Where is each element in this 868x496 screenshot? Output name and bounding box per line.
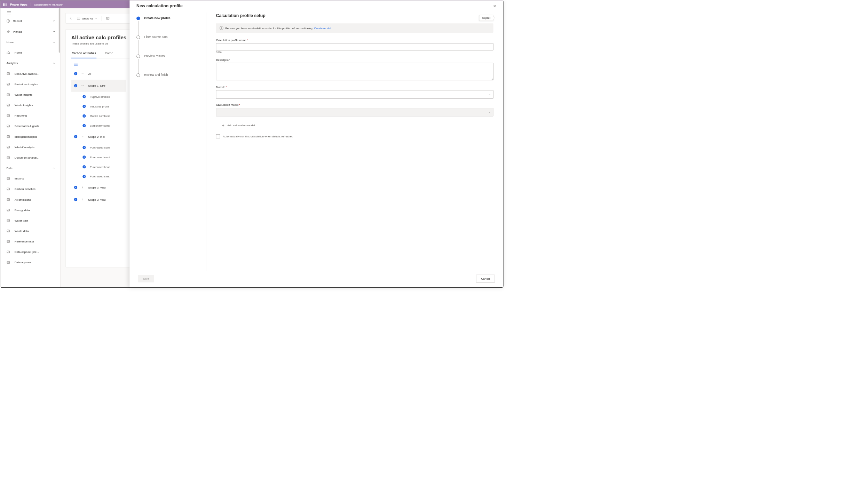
nav-label: Carbon activities <box>15 187 35 191</box>
nav-label: Intelligent insights <box>15 135 37 138</box>
step-create-profile[interactable]: Create new profile <box>136 16 199 35</box>
next-button[interactable]: Next <box>138 275 154 282</box>
check-icon <box>82 124 86 127</box>
nav-analytics-item-1[interactable]: Emissions insights <box>0 79 58 89</box>
add-calculation-model-button[interactable]: ＋ Add calculation model <box>216 121 494 129</box>
nav-data-item-6[interactable]: Reference data <box>0 236 58 247</box>
name-input[interactable] <box>216 43 494 50</box>
nav-label: Water insights <box>15 93 32 96</box>
nav-data-item-2[interactable]: All emissions <box>0 194 58 205</box>
nav-analytics-item-4[interactable]: Reporting <box>0 110 58 121</box>
nav-home[interactable]: Home <box>0 47 58 58</box>
nav-label: Energy data <box>15 208 30 211</box>
nav-analytics-item-8[interactable]: Document analysi... <box>0 152 58 163</box>
tree-item-1-1[interactable]: Purchased elect <box>71 152 126 162</box>
tree-group-0[interactable]: Scope 1: Dire <box>71 80 126 92</box>
close-button[interactable]: ✕ <box>493 4 496 8</box>
chevron-down-icon[interactable] <box>81 72 84 75</box>
step-preview[interactable]: Preview results <box>136 54 199 73</box>
nav-pinned[interactable]: Pinned <box>0 26 58 37</box>
cmdbar-divider <box>102 16 102 21</box>
nav-label: Imports <box>15 177 24 180</box>
tree-item-0-3[interactable]: Stationary comb <box>71 121 126 130</box>
back-button[interactable] <box>69 17 72 20</box>
trend-icon <box>7 124 15 128</box>
tree-row-all[interactable]: All <box>71 67 126 80</box>
nav-analytics-item-7[interactable]: What-if analysis <box>0 142 58 152</box>
nav-section-home[interactable]: Home <box>0 37 58 47</box>
tree-item-label: Mobile combust <box>90 114 110 118</box>
step-review[interactable]: Review and finish <box>136 73 199 81</box>
info-icon: i <box>220 26 223 30</box>
nav-recent[interactable]: Recent <box>0 16 58 26</box>
nav-data-item-0[interactable]: Imports <box>0 173 58 184</box>
tree-toolbar[interactable] <box>71 62 126 67</box>
info-text: Be sure you have a calculation model for… <box>225 26 314 30</box>
tree-item-0-0[interactable]: Fugitive emissio <box>71 92 126 102</box>
nav-data-item-4[interactable]: Water data <box>0 215 58 226</box>
import-icon <box>7 177 15 180</box>
step-2-label: Filter source data <box>144 35 167 39</box>
nav-analytics-item-5[interactable]: Scorecards & goals <box>0 121 58 131</box>
nav-analytics-item-2[interactable]: Water insights <box>0 89 58 100</box>
show-as-label: Show As <box>82 17 93 20</box>
auto-run-checkbox[interactable] <box>216 134 220 138</box>
tree-group-2[interactable]: Scope 3: Valu <box>71 181 126 193</box>
nav-data-item-1[interactable]: Carbon activities <box>0 184 58 194</box>
nav-scrollbar[interactable] <box>59 8 60 53</box>
show-as-button[interactable]: Show As <box>77 17 97 20</box>
tree-item-1-0[interactable]: Purchased cooli <box>71 143 126 152</box>
home-icon <box>7 51 15 54</box>
module-select[interactable] <box>216 90 494 98</box>
battery-icon <box>7 208 15 212</box>
layout-icon <box>77 17 80 20</box>
tree-group-1[interactable]: Scope 2: Indi <box>71 130 126 143</box>
nav-analytics-item-6[interactable]: Intelligent insights <box>0 131 58 142</box>
nav-section-data[interactable]: Data <box>0 163 58 173</box>
nav-data-item-5[interactable]: Waste data <box>0 226 58 236</box>
nav-label: Water data <box>15 219 28 222</box>
chevron-icon[interactable] <box>81 85 84 87</box>
app-sub-name: Sustainability Manager <box>34 3 63 6</box>
chevron-icon[interactable] <box>81 186 84 189</box>
model-select[interactable] <box>216 108 494 116</box>
nav-data-item-3[interactable]: Energy data <box>0 205 58 215</box>
tree-group-3[interactable]: Scope 3: Valu <box>71 193 126 206</box>
chevron-up-icon <box>53 167 55 169</box>
check-icon <box>82 146 86 149</box>
cmdbar-overflow[interactable] <box>106 17 109 20</box>
nav-data-item-7[interactable]: Data capture (pre... <box>0 247 58 257</box>
copilot-button[interactable]: Copilot <box>479 15 494 21</box>
chevron-icon[interactable] <box>81 135 84 138</box>
cancel-button[interactable]: Cancel <box>476 275 495 282</box>
app-launcher-icon[interactable] <box>3 3 6 6</box>
step-filter-data[interactable]: Filter source data <box>136 35 199 54</box>
chart-icon <box>7 93 15 96</box>
tab-carbon-activities[interactable]: Carbon activities <box>71 51 96 58</box>
tree-item-label: Purchased stea <box>90 175 109 178</box>
chevron-down-icon <box>53 30 55 33</box>
description-input[interactable] <box>216 63 494 80</box>
nav-analytics-item-0[interactable]: Executive dashbo... <box>0 69 58 79</box>
tree-item-0-1[interactable]: Industrial proce <box>71 102 126 111</box>
chevron-icon[interactable] <box>81 198 84 201</box>
model-label: Calculation model* <box>216 103 494 106</box>
drop-icon <box>7 219 15 222</box>
chart-icon <box>7 82 15 86</box>
nav-label: Document analysi... <box>15 156 39 159</box>
trash-icon <box>7 229 15 233</box>
tab-carbon-2[interactable]: Carbo <box>104 51 113 58</box>
tree-group-label: Scope 2: Indi <box>88 135 104 138</box>
tree-item-1-3[interactable]: Purchased stea <box>71 172 126 182</box>
nav-analytics-item-3[interactable]: Waste insights <box>0 100 58 110</box>
nav-section-analytics[interactable]: Analytics <box>0 58 58 68</box>
nav-label: What-if analysis <box>15 145 34 149</box>
check-icon <box>82 114 86 118</box>
create-model-link[interactable]: Create model <box>314 26 331 30</box>
tree-item-0-2[interactable]: Mobile combust <box>71 111 126 121</box>
tree-item-1-2[interactable]: Purchased heat <box>71 162 126 172</box>
nav-data-item-8[interactable]: Data approval <box>0 257 58 268</box>
nav-collapse-icon[interactable] <box>0 8 58 16</box>
nav-label: Data capture (pre... <box>15 250 39 254</box>
check-icon <box>74 72 77 75</box>
